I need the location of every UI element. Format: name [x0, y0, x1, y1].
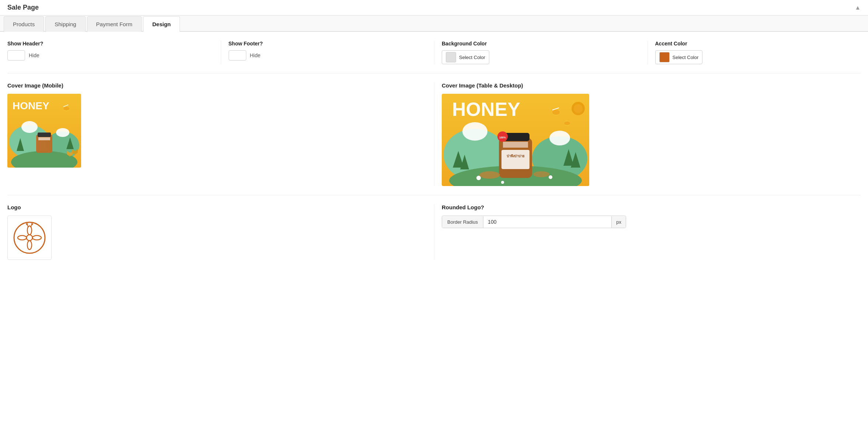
- show-header-hide-label: Hide: [29, 52, 39, 58]
- show-header-label: Show Header?: [7, 41, 213, 47]
- rounded-logo-col: Rounded Logo? Border Radius px: [434, 204, 861, 260]
- accent-color-label: Accent Color: [655, 41, 854, 47]
- svg-point-36: [552, 110, 560, 115]
- content-area: Show Header? Hide Show Footer? Hide Back…: [0, 32, 868, 269]
- svg-text:100%: 100%: [499, 136, 506, 139]
- accent-color-group: Accent Color Select Color: [647, 41, 861, 64]
- cover-desktop-image[interactable]: ป่าพึงป่าปาย HONEY 1: [442, 94, 589, 186]
- svg-point-49: [501, 181, 504, 184]
- tab-products[interactable]: Products: [4, 16, 44, 32]
- background-color-label: Background Color: [442, 41, 640, 47]
- accent-color-swatch: [659, 52, 670, 62]
- page-title: Sale Page: [7, 4, 39, 11]
- svg-text:ป่าพึงป่าปาย: ป่าพึงป่าปาย: [507, 154, 524, 158]
- svg-point-14: [63, 107, 69, 110]
- top-row: Show Header? Hide Show Footer? Hide Back…: [7, 41, 861, 73]
- logo-section: Logo: [7, 204, 861, 260]
- svg-point-54: [18, 236, 27, 240]
- logo-col-left: Logo: [7, 204, 434, 260]
- svg-rect-33: [501, 150, 530, 169]
- cover-images-row: Cover Image (Mobile): [7, 82, 861, 195]
- border-radius-unit: px: [611, 216, 626, 228]
- tabs-bar: Products Shipping Payment Form Design: [0, 16, 868, 32]
- cover-mobile-col: Cover Image (Mobile): [7, 82, 434, 186]
- svg-text:HONEY: HONEY: [452, 99, 520, 120]
- background-color-button[interactable]: Select Color: [442, 50, 489, 64]
- logo-image[interactable]: [7, 216, 52, 260]
- cover-desktop-col: Cover Image (Table & Desktop): [434, 82, 861, 186]
- svg-point-23: [549, 131, 570, 145]
- svg-point-53: [27, 241, 32, 250]
- logo-label: Logo: [7, 204, 427, 210]
- accent-color-button-label: Select Color: [673, 55, 699, 60]
- svg-point-57: [26, 223, 28, 225]
- border-radius-input[interactable]: [483, 216, 611, 228]
- cover-mobile-image[interactable]: HONEY: [7, 94, 81, 168]
- svg-rect-10: [36, 134, 52, 153]
- show-header-group: Show Header? Hide: [7, 41, 221, 64]
- svg-point-51: [27, 235, 32, 241]
- svg-point-47: [476, 176, 481, 180]
- border-radius-field-label: Border Radius: [442, 216, 483, 228]
- show-footer-toggle-row: Hide: [229, 50, 427, 61]
- show-header-toggle-row: Hide: [7, 50, 213, 61]
- svg-point-21: [462, 122, 487, 141]
- svg-rect-32: [503, 142, 528, 148]
- svg-point-5: [56, 128, 69, 137]
- svg-point-59: [31, 223, 33, 225]
- svg-point-50: [14, 222, 45, 253]
- svg-point-4: [21, 121, 38, 133]
- show-footer-hide-label: Hide: [250, 52, 261, 58]
- svg-point-45: [479, 171, 500, 179]
- svg-rect-12: [38, 137, 50, 140]
- rounded-logo-label: Rounded Logo?: [442, 204, 861, 210]
- svg-rect-11: [38, 133, 51, 137]
- svg-point-39: [564, 121, 570, 125]
- cover-mobile-label: Cover Image (Mobile): [7, 82, 427, 89]
- page-header: Sale Page ▲: [0, 0, 868, 16]
- accent-color-button[interactable]: Select Color: [655, 50, 703, 64]
- svg-point-48: [549, 175, 552, 179]
- collapse-icon[interactable]: ▲: [855, 4, 861, 11]
- tab-shipping[interactable]: Shipping: [45, 16, 85, 32]
- page-wrapper: Sale Page ▲ Products Shipping Payment Fo…: [0, 0, 868, 440]
- svg-point-46: [533, 171, 549, 177]
- svg-point-41: [574, 104, 583, 113]
- cover-desktop-label: Cover Image (Table & Desktop): [442, 82, 861, 89]
- show-header-toggle[interactable]: [7, 50, 25, 61]
- tab-payment-form[interactable]: Payment Form: [87, 16, 142, 32]
- show-footer-group: Show Footer? Hide: [221, 41, 434, 64]
- show-footer-toggle[interactable]: [229, 50, 246, 61]
- svg-point-55: [32, 236, 41, 240]
- tab-design[interactable]: Design: [143, 16, 180, 32]
- show-footer-label: Show Footer?: [229, 41, 427, 47]
- svg-text:HONEY: HONEY: [13, 100, 49, 111]
- background-color-button-label: Select Color: [459, 55, 485, 60]
- border-radius-row: Border Radius px: [442, 216, 626, 228]
- background-color-swatch: [446, 52, 456, 62]
- background-color-group: Background Color Select Color: [434, 41, 647, 64]
